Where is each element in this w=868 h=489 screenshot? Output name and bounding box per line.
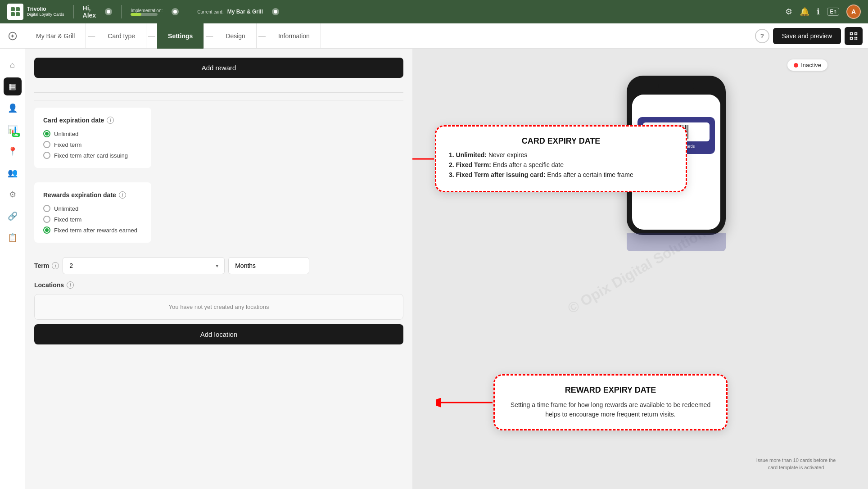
phone-notch [658, 81, 694, 91]
arrow-reward-expiry [436, 396, 495, 409]
breadcrumb-settings[interactable]: Settings [157, 23, 204, 49]
sidebar-reports[interactable]: 📋 [4, 229, 22, 247]
card-expiry-tooltip-list: 1. Unlimited: Never expires 2. Fixed Ter… [449, 151, 673, 178]
breadcrumb-actions: ? Save and preview [755, 27, 868, 45]
card-expiration-info-icon[interactable]: i [107, 117, 114, 124]
term-info-icon[interactable]: i [52, 262, 59, 269]
breadcrumb-card-type[interactable]: Card type [97, 23, 146, 49]
rewards-fixed-after-radio[interactable] [43, 226, 50, 234]
locations-empty-state: You have not yet created any locations [34, 294, 403, 320]
sidebar-users[interactable]: 👤 [4, 99, 22, 117]
reward-expiry-tooltip-desc: Setting a time frame for how long reward… [507, 400, 714, 419]
breadcrumb-arrow-2: — [146, 32, 157, 40]
sidebar-analytics[interactable]: 📊 ON [4, 121, 22, 139]
tooltip-item-2: 2. Fixed Term: Ends after a specific dat… [449, 161, 673, 168]
nav-divider-2 [121, 5, 122, 18]
nav-divider-3 [188, 5, 188, 18]
svg-rect-6 [851, 33, 852, 34]
logo: Trivolio Digital Loyalty Cards [7, 4, 64, 20]
term-row: Term i 2 [34, 257, 403, 274]
card-expiry-tooltip-title: CARD EXPIRY DATE [449, 136, 673, 146]
svg-rect-11 [854, 38, 856, 40]
breadcrumb-arrow-3: — [204, 32, 215, 40]
nav-divider-1 [73, 5, 74, 18]
sidebar-integrations[interactable]: 🔗 [4, 207, 22, 225]
add-reward-button[interactable]: Add reward [34, 58, 403, 78]
term-value-wrapper: 2 [63, 257, 225, 274]
divider-2 [34, 100, 403, 100]
progress-bar [131, 13, 158, 16]
step-indicator-2 [172, 8, 179, 15]
sidebar-home[interactable]: ⌂ [4, 56, 22, 74]
breadcrumb-arrow-1: — [86, 32, 97, 40]
card-fixed-after-option[interactable]: Fixed term after card issuing [43, 152, 142, 159]
card-fixed-term-option[interactable]: Fixed term [43, 141, 142, 148]
card-unlimited-radio[interactable] [43, 130, 50, 137]
breadcrumb-arrow-4: — [257, 32, 267, 40]
card-expiration-section: Card expiration date i Unlimited Fixed t… [34, 108, 151, 168]
rewards-fixed-term-option[interactable]: Fixed term [43, 216, 142, 223]
tooltip-item-3: 3. Fixed Term after issuing card: Ends a… [449, 171, 673, 178]
logo-icon [7, 4, 23, 20]
card-expiry-tooltip: CARD EXPIRY DATE 1. Unlimited: Never exp… [435, 125, 687, 192]
left-sidebar: ⌂ ▦ 👤 📊 ON 📍 👥 ⚙ 🔗 📋 [0, 49, 25, 489]
sidebar-settings[interactable]: ⚙ [4, 186, 22, 204]
term-unit-input[interactable] [228, 257, 309, 274]
breadcrumb-home-icon[interactable] [0, 23, 25, 49]
implementation-step: Implementation: [131, 8, 163, 16]
top-navigation: Trivolio Digital Loyalty Cards Hi, Alex … [0, 0, 868, 23]
reward-expiry-tooltip: REWARD EXPIRY DATE Setting a time frame … [493, 374, 728, 430]
inactive-dot [794, 63, 798, 68]
tooltip-item-1: 1. Unlimited: Never expires [449, 151, 673, 158]
user-avatar[interactable]: A [846, 5, 861, 19]
step-indicator-1 [105, 8, 112, 15]
breadcrumb-information[interactable]: Information [267, 23, 321, 49]
rewards-expiration-title: Rewards expiration date i [43, 191, 142, 199]
rewards-fixed-term-radio[interactable] [43, 216, 50, 223]
help-button[interactable]: ? [755, 29, 769, 43]
breadcrumb-my-bar[interactable]: My Bar & Grill [25, 23, 86, 49]
settings-icon[interactable]: ⚙ [785, 7, 792, 17]
rewards-unlimited-option[interactable]: Unlimited [43, 205, 142, 212]
step-indicator-3 [272, 8, 279, 15]
locations-info-icon[interactable]: i [67, 281, 74, 289]
arrow-card-expiry [412, 152, 436, 166]
sidebar-card[interactable]: ▦ [4, 77, 22, 95]
svg-rect-12 [856, 38, 858, 40]
card-expiration-title: Card expiration date i [43, 117, 142, 124]
card-unlimited-option[interactable]: Unlimited [43, 130, 142, 137]
bell-icon[interactable]: 🔔 [800, 7, 809, 17]
qr-code-button[interactable] [845, 27, 863, 45]
sidebar-location[interactable]: 📍 [4, 142, 22, 160]
left-panel: Add reward Card expiration date i Unlimi… [25, 49, 412, 489]
rewards-fixed-after-option[interactable]: Fixed term after rewards earned [43, 226, 142, 234]
svg-rect-8 [851, 37, 852, 39]
locations-section: Locations i You have not yet created any… [34, 281, 403, 344]
locations-title: Locations i [34, 281, 403, 289]
right-panel: © Opix Digital Solutions Inactive [412, 49, 868, 489]
svg-rect-7 [855, 33, 857, 34]
card-fixed-after-radio[interactable] [43, 152, 50, 159]
sidebar-badge: ON [12, 133, 20, 137]
svg-rect-10 [856, 36, 858, 38]
divider-1 [34, 92, 403, 93]
breadcrumb-nav: My Bar & Grill — Card type — Settings — … [0, 23, 868, 49]
term-label: Term i [34, 262, 59, 269]
sidebar-contacts[interactable]: 👥 [4, 164, 22, 182]
rewards-unlimited-radio[interactable] [43, 205, 50, 212]
current-card-step: Current card: My Bar & Grill [197, 9, 263, 15]
logo-title: Trivolio [27, 6, 64, 12]
rewards-expiration-info-icon[interactable]: i [119, 191, 126, 199]
language-selector[interactable]: En [827, 8, 839, 16]
card-fixed-term-radio[interactable] [43, 141, 50, 148]
nav-icons: ⚙ 🔔 ℹ En A [785, 5, 861, 19]
breadcrumb-design[interactable]: Design [215, 23, 257, 49]
rewards-expiration-section: Rewards expiration date i Unlimited Fixe… [34, 182, 151, 243]
term-value-select[interactable]: 2 [63, 257, 225, 274]
reward-expiry-tooltip-title: REWARD EXPIRY DATE [507, 385, 714, 395]
info-icon[interactable]: ℹ [817, 7, 820, 17]
logo-subtitle: Digital Loyalty Cards [27, 13, 64, 17]
user-greeting: Hi, Alex [83, 5, 96, 19]
add-location-button[interactable]: Add location [34, 324, 403, 344]
save-preview-button[interactable]: Save and preview [773, 28, 841, 44]
